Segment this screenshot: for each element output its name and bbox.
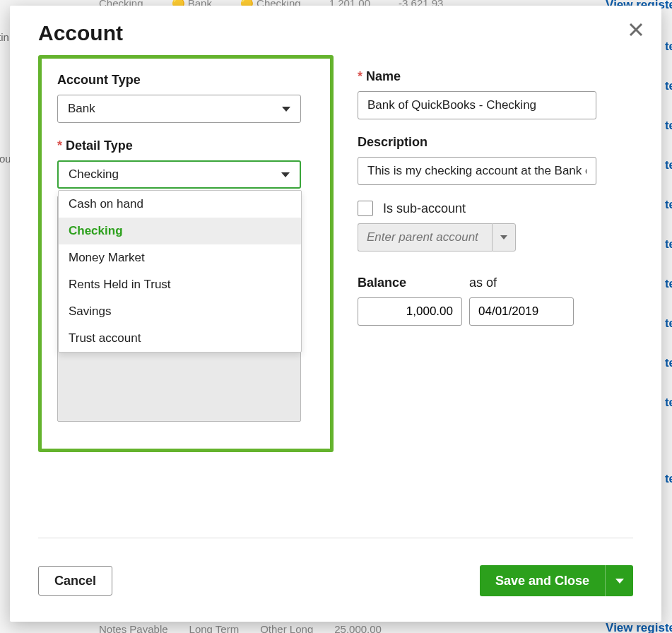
chevron-down-icon bbox=[615, 579, 624, 584]
detail-type-option[interactable]: Rents Held in Trust bbox=[59, 271, 301, 298]
account-type-select[interactable]: Bank bbox=[57, 95, 301, 123]
bg-link-frag[interactable]: te bbox=[665, 356, 672, 370]
account-type-value: Bank bbox=[68, 102, 95, 116]
detail-type-option[interactable]: Checking bbox=[59, 218, 301, 244]
asof-date-input[interactable] bbox=[469, 297, 574, 326]
chevron-down-icon bbox=[282, 107, 290, 112]
bg-table-row-bottom: Notes Payable Long Term Other Long 25,00… bbox=[99, 623, 672, 633]
detail-type-option[interactable]: Money Market bbox=[59, 244, 301, 271]
chevron-down-icon bbox=[500, 235, 507, 239]
bg-link-frag[interactable]: te bbox=[665, 237, 672, 252]
detail-type-dropdown: Cash on hand Checking Money Market Rents… bbox=[58, 190, 302, 353]
detail-type-label: * Detail Type bbox=[57, 138, 314, 153]
parent-account-select bbox=[358, 223, 633, 252]
chevron-down-icon bbox=[281, 172, 290, 177]
detail-type-select[interactable]: Checking Cash on hand Checking Money Mar… bbox=[57, 160, 301, 189]
bg-view-register-bottom[interactable]: View registe bbox=[606, 621, 672, 633]
account-modal: Account Account Type Bank * Detail Type … bbox=[10, 6, 661, 622]
required-asterisk: * bbox=[57, 138, 62, 153]
is-subaccount-label: Is sub-account bbox=[383, 201, 466, 216]
description-input[interactable] bbox=[358, 157, 596, 185]
save-split-dropdown[interactable] bbox=[605, 565, 633, 596]
bg-link-frag[interactable]: te bbox=[665, 158, 672, 172]
bg-link-frag[interactable]: te bbox=[665, 396, 672, 410]
cancel-button[interactable]: Cancel bbox=[38, 566, 112, 596]
description-label: Description bbox=[358, 135, 633, 150]
modal-title: Account bbox=[38, 21, 633, 45]
close-button[interactable] bbox=[627, 21, 644, 38]
is-subaccount-checkbox[interactable] bbox=[358, 201, 373, 216]
account-type-label: Account Type bbox=[57, 73, 314, 88]
highlight-frame: Account Type Bank * Detail Type Checking… bbox=[38, 55, 334, 452]
divider bbox=[38, 538, 633, 538]
save-and-close-button[interactable]: Save and Close bbox=[480, 565, 633, 596]
required-asterisk: * bbox=[358, 69, 362, 84]
parent-account-dropdown-button bbox=[492, 223, 516, 252]
bg-link-frag[interactable]: te bbox=[665, 198, 672, 212]
bg-link-frag[interactable]: te bbox=[665, 277, 672, 291]
bg-link-frag[interactable]: te bbox=[665, 119, 672, 133]
parent-account-input bbox=[358, 223, 492, 252]
bg-link-frag[interactable]: te bbox=[665, 472, 672, 486]
name-input[interactable] bbox=[358, 91, 596, 119]
bg-link-frag[interactable]: te bbox=[665, 316, 672, 331]
detail-type-option[interactable]: Cash on hand bbox=[59, 191, 301, 218]
bg-frag-tin: tin bbox=[0, 31, 9, 43]
name-label: * Name bbox=[358, 69, 633, 84]
save-button-label: Save and Close bbox=[480, 574, 605, 588]
detail-type-value: Checking bbox=[69, 167, 119, 182]
balance-input[interactable] bbox=[358, 297, 462, 326]
detail-type-option[interactable]: Savings bbox=[59, 298, 301, 325]
detail-type-option[interactable]: Trust account bbox=[59, 325, 301, 352]
asof-label: as of bbox=[469, 276, 574, 290]
bg-link-frag[interactable]: te bbox=[665, 79, 672, 93]
close-icon bbox=[627, 21, 644, 38]
balance-label: Balance bbox=[358, 276, 462, 290]
bg-link-frag[interactable]: te bbox=[665, 40, 672, 54]
